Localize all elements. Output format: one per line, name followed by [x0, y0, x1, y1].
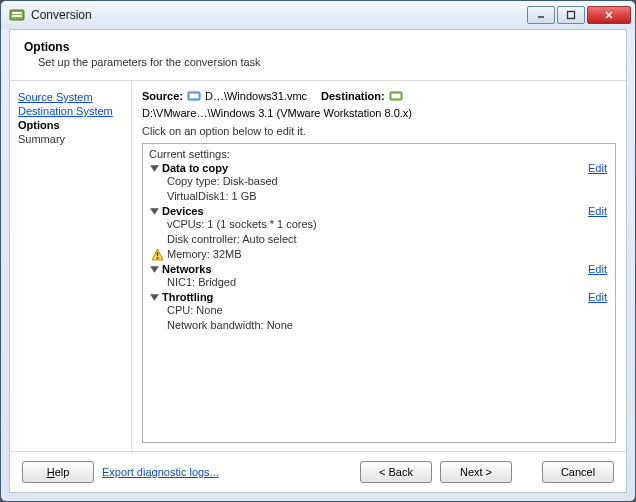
settings-panel: Current settings: Data to copy Edit Copy…: [142, 143, 616, 443]
svg-rect-4: [568, 12, 575, 19]
setting-item: vCPUs: 1 (1 sockets * 1 cores): [149, 217, 609, 232]
page-subtitle: Set up the parameters for the conversion…: [24, 56, 612, 68]
current-settings-label: Current settings:: [149, 148, 609, 160]
source-label: Source:: [142, 90, 183, 102]
minimize-button[interactable]: [527, 6, 555, 24]
step-source-system[interactable]: Source System: [18, 91, 123, 103]
help-button[interactable]: Help: [22, 461, 94, 483]
edit-link[interactable]: Edit: [588, 205, 607, 217]
back-button[interactable]: < Back: [360, 461, 432, 483]
group-header[interactable]: Data to copy Edit: [149, 162, 609, 174]
maximize-button[interactable]: [557, 6, 585, 24]
setting-item: Disk controller: Auto select: [149, 232, 609, 247]
warning-icon: [151, 248, 164, 261]
svg-marker-11: [150, 165, 159, 172]
step-options: Options: [18, 119, 123, 131]
source-destination-line: Source: D…\Windows31.vmc Destination: D:…: [142, 89, 616, 119]
app-icon: [9, 7, 25, 23]
svg-rect-1: [12, 12, 22, 14]
chevron-down-icon: [149, 264, 160, 275]
group-networks: Networks Edit NIC1: Bridged: [149, 263, 609, 290]
svg-marker-17: [150, 294, 159, 301]
setting-item: NIC1: Bridged: [149, 275, 609, 290]
conversion-window: Conversion Options Set up the parameters…: [0, 0, 636, 502]
group-throttling: Throttling Edit CPU: None Network bandwi…: [149, 291, 609, 333]
footer: Help Export diagnostic logs... < Back Ne…: [10, 452, 626, 492]
step-summary: Summary: [18, 133, 123, 145]
next-button[interactable]: Next >: [440, 461, 512, 483]
group-header[interactable]: Devices Edit: [149, 205, 609, 217]
group-name: Devices: [162, 205, 588, 217]
chevron-down-icon: [149, 292, 160, 303]
titlebar[interactable]: Conversion: [1, 1, 635, 29]
page-title: Options: [24, 40, 612, 54]
source-value: D…\Windows31.vmc: [205, 90, 307, 102]
group-devices: Devices Edit vCPUs: 1 (1 sockets * 1 cor…: [149, 205, 609, 262]
setting-item-label: Memory: 32MB: [167, 247, 242, 262]
body: Source System Destination System Options…: [10, 81, 626, 452]
svg-marker-16: [150, 266, 159, 273]
svg-marker-12: [150, 208, 159, 215]
setting-item: CPU: None: [149, 303, 609, 318]
wizard-steps: Source System Destination System Options…: [10, 81, 132, 451]
setting-item: VirtualDisk1: 1 GB: [149, 189, 609, 204]
group-name: Throttling: [162, 291, 588, 303]
setting-item-warning: Memory: 32MB: [149, 247, 609, 262]
main-panel: Source: D…\Windows31.vmc Destination: D:…: [132, 81, 626, 451]
group-header[interactable]: Networks Edit: [149, 263, 609, 275]
window-title: Conversion: [31, 8, 527, 22]
setting-item: Copy type: Disk-based: [149, 174, 609, 189]
destination-label: Destination:: [321, 90, 385, 102]
destination-icon: [389, 89, 403, 103]
client-area: Options Set up the parameters for the co…: [9, 29, 627, 493]
svg-rect-8: [190, 94, 198, 98]
group-header[interactable]: Throttling Edit: [149, 291, 609, 303]
svg-rect-2: [12, 15, 22, 17]
edit-link[interactable]: Edit: [588, 291, 607, 303]
close-button[interactable]: [587, 6, 631, 24]
setting-item: Network bandwidth: None: [149, 318, 609, 333]
group-name: Data to copy: [162, 162, 588, 174]
cancel-button[interactable]: Cancel: [542, 461, 614, 483]
chevron-down-icon: [149, 163, 160, 174]
group-data-to-copy: Data to copy Edit Copy type: Disk-based …: [149, 162, 609, 204]
group-name: Networks: [162, 263, 588, 275]
chevron-down-icon: [149, 206, 160, 217]
edit-link[interactable]: Edit: [588, 263, 607, 275]
edit-link[interactable]: Edit: [588, 162, 607, 174]
svg-rect-10: [392, 94, 400, 98]
window-controls: [527, 6, 631, 24]
source-icon: [187, 89, 201, 103]
export-diagnostic-link[interactable]: Export diagnostic logs...: [102, 466, 219, 478]
step-destination-system[interactable]: Destination System: [18, 105, 123, 117]
destination-value: D:\VMware…\Windows 3.1 (VMware Workstati…: [142, 107, 412, 119]
svg-point-15: [157, 257, 159, 259]
edit-hint: Click on an option below to edit it.: [142, 125, 616, 137]
page-header: Options Set up the parameters for the co…: [10, 30, 626, 81]
